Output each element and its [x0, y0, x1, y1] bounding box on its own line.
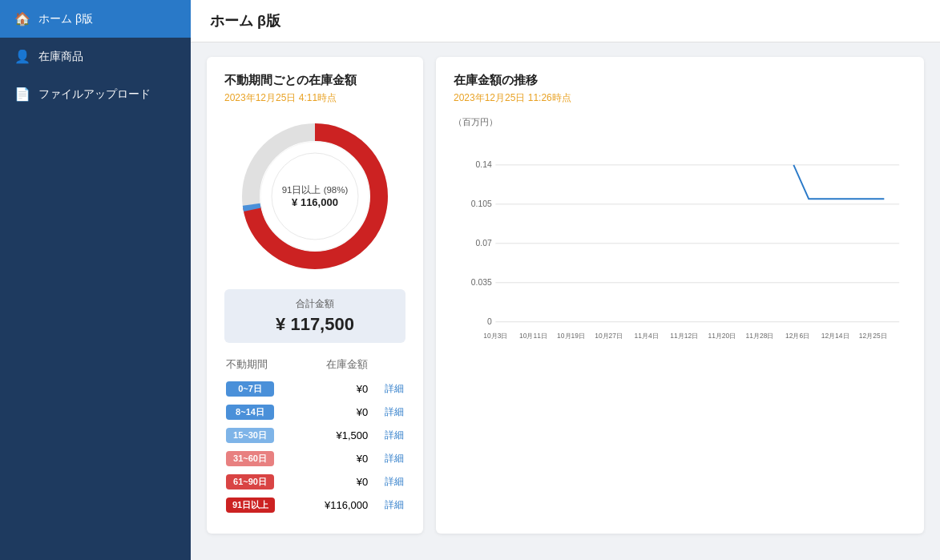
table-row: 91日以上 ¥116,000 詳細: [226, 494, 404, 516]
donut-chart-svg: [235, 116, 395, 276]
detail-cell: 詳細: [369, 378, 404, 400]
svg-text:10月27日: 10月27日: [595, 332, 623, 340]
period-badge: 15~30日: [226, 428, 274, 443]
amount-cell: ¥0: [293, 471, 368, 493]
svg-point-3: [267, 148, 363, 244]
detail-cell: 詳細: [369, 401, 404, 423]
donut-chart-container: 91日以上 (98%) ¥ 116,000: [224, 116, 405, 276]
sidebar-item-home-label: ホーム β版: [38, 12, 93, 26]
left-card-title: 不動期間ごとの在庫金額: [224, 73, 405, 88]
detail-cell: 詳細: [369, 425, 404, 446]
col-amount: 在庫金額: [293, 357, 368, 377]
svg-text:0.14: 0.14: [476, 160, 492, 169]
detail-link[interactable]: 詳細: [385, 429, 404, 441]
amount-cell: ¥0: [293, 378, 368, 400]
period-cell: 31~60日: [226, 448, 292, 469]
period-badge: 91日以上: [226, 498, 275, 513]
period-badge: 61~90日: [226, 474, 274, 489]
period-cell: 8~14日: [226, 401, 292, 423]
right-card-date: 2023年12月25日 11:26時点: [454, 91, 906, 105]
svg-text:11月4日: 11月4日: [635, 332, 659, 340]
content-area: 不動期間ごとの在庫金額 2023年12月25日 4:11時点: [191, 42, 940, 548]
sidebar-item-upload-label: ファイルアップロード: [38, 87, 151, 102]
page-header: ホーム β版: [191, 0, 940, 42]
sidebar-item-upload[interactable]: 📄 ファイルアップロード: [0, 75, 191, 113]
table-row: 15~30日 ¥1,500 詳細: [226, 425, 404, 446]
detail-cell: 詳細: [369, 471, 404, 493]
sidebar-item-home[interactable]: 🏠 ホーム β版: [0, 0, 191, 38]
period-cell: 0~7日: [226, 378, 292, 400]
detail-link[interactable]: 詳細: [385, 406, 404, 417]
detail-cell: 詳細: [369, 448, 404, 469]
period-badge: 8~14日: [226, 405, 274, 420]
svg-text:0.105: 0.105: [471, 199, 492, 208]
y-axis-label: （百万円）: [454, 116, 498, 128]
amount-cell: ¥0: [293, 401, 368, 423]
period-cell: 61~90日: [226, 471, 292, 493]
svg-text:11月12日: 11月12日: [670, 332, 698, 340]
svg-text:10月11日: 10月11日: [519, 332, 547, 340]
table-row: 61~90日 ¥0 詳細: [226, 471, 404, 493]
line-chart-area: （百万円） 0.14 0.105 0.07 0.035 0 10月3日: [454, 116, 906, 389]
svg-text:11月28日: 11月28日: [746, 332, 774, 340]
home-icon: 🏠: [14, 11, 30, 26]
svg-text:10月3日: 10月3日: [483, 332, 507, 340]
svg-text:11月20日: 11月20日: [708, 332, 736, 340]
line-chart-svg: 0.14 0.105 0.07 0.035 0 10月3日 10月11日 10月…: [462, 131, 914, 403]
total-amount-box: 合計金額 ¥ 117,500: [224, 289, 405, 343]
chart-line: [793, 165, 884, 199]
amount-cell: ¥116,000: [293, 494, 368, 516]
left-card-date: 2023年12月25日 4:11時点: [224, 91, 405, 105]
detail-link[interactable]: 詳細: [385, 476, 404, 487]
main-content: ホーム β版 不動期間ごとの在庫金額 2023年12月25日 4:11時点: [191, 0, 940, 560]
inventory-table: 不動期間 在庫金額 0~7日 ¥0 詳細 8~14日 ¥0 詳細 15~30日: [224, 356, 405, 518]
svg-text:0.07: 0.07: [476, 239, 492, 248]
total-amount: ¥ 117,500: [237, 314, 393, 335]
sidebar-item-inventory[interactable]: 👤 在庫商品: [0, 38, 191, 75]
right-card-title: 在庫金額の推移: [454, 73, 906, 88]
sidebar-item-inventory-label: 在庫商品: [38, 50, 83, 64]
svg-text:12月25日: 12月25日: [859, 332, 887, 340]
page-title: ホーム β版: [210, 11, 921, 30]
table-row: 8~14日 ¥0 詳細: [226, 401, 404, 423]
svg-text:10月19日: 10月19日: [557, 332, 585, 340]
inventory-icon: 👤: [14, 49, 30, 64]
period-cell: 15~30日: [226, 425, 292, 446]
detail-link[interactable]: 詳細: [385, 383, 404, 394]
table-row: 31~60日 ¥0 詳細: [226, 448, 404, 469]
period-cell: 91日以上: [226, 494, 292, 516]
total-label: 合計金額: [237, 297, 393, 311]
table-row: 0~7日 ¥0 詳細: [226, 378, 404, 400]
period-badge: 0~7日: [226, 381, 274, 397]
col-detail: [369, 357, 404, 377]
svg-text:0: 0: [487, 317, 492, 326]
period-badge: 31~60日: [226, 451, 274, 466]
detail-link[interactable]: 詳細: [385, 499, 404, 510]
svg-text:0.035: 0.035: [471, 278, 492, 287]
detail-link[interactable]: 詳細: [385, 453, 404, 464]
col-period: 不動期間: [226, 357, 292, 377]
inventory-amount-card: 不動期間ごとの在庫金額 2023年12月25日 4:11時点: [207, 57, 423, 534]
svg-text:12月6日: 12月6日: [785, 332, 809, 340]
inventory-trend-card: 在庫金額の推移 2023年12月25日 11:26時点 （百万円） 0.14 0…: [436, 57, 924, 534]
detail-cell: 詳細: [369, 494, 404, 516]
svg-text:12月14日: 12月14日: [821, 332, 849, 340]
sidebar: 🏠 ホーム β版 👤 在庫商品 📄 ファイルアップロード: [0, 0, 191, 560]
amount-cell: ¥1,500: [293, 425, 368, 446]
amount-cell: ¥0: [293, 448, 368, 469]
upload-icon: 📄: [14, 87, 30, 102]
